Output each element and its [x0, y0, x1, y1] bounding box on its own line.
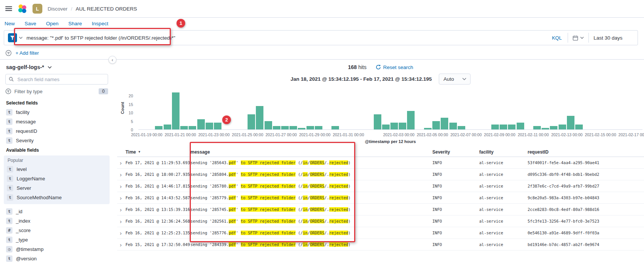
column-header-severity[interactable]: Severity	[432, 149, 479, 155]
histogram-bar[interactable]	[424, 128, 432, 129]
histogram-bar[interactable]	[206, 123, 213, 129]
field-item-LoggerName[interactable]: tLoggerName	[6, 174, 107, 183]
column-header-message[interactable]: message	[190, 149, 432, 155]
histogram-bar[interactable]	[542, 128, 549, 129]
histogram-bar[interactable]	[256, 106, 263, 129]
histogram-bar[interactable]	[508, 125, 516, 129]
expand-row-button[interactable]: ›	[117, 160, 125, 166]
histogram-bar[interactable]	[189, 126, 196, 129]
kql-button[interactable]: KQL	[546, 35, 568, 41]
histogram-bar[interactable]	[432, 121, 440, 129]
histogram-bar[interactable]	[407, 111, 415, 129]
table-row[interactable]: ›Feb 16, 2021 @ 12:25:23.135sending '285…	[117, 227, 644, 239]
field-item-SourceMethodName[interactable]: tSourceMethodName	[6, 193, 107, 202]
histogram-bar[interactable]	[399, 123, 406, 129]
field-item-_type[interactable]: t_type	[5, 235, 108, 245]
hits-count: 168	[348, 64, 357, 70]
table-row[interactable]: ›Feb 16, 2021 @ 13:15:39.316sending '285…	[117, 204, 644, 215]
table-row[interactable]: ›Feb 17, 2021 @ 11:29:53.693sending '285…	[117, 157, 644, 169]
field-item-_id[interactable]: t_id	[5, 207, 108, 216]
field-search-box	[5, 74, 108, 85]
expand-row-button[interactable]: ›	[117, 230, 125, 236]
expand-row-button[interactable]: ›	[117, 172, 125, 177]
column-header-requestid[interactable]: requestID	[528, 149, 644, 155]
histogram-bar[interactable]	[172, 92, 180, 129]
histogram-bar[interactable]	[197, 119, 205, 129]
column-header-time[interactable]: Time▼	[125, 149, 190, 155]
histogram-bar[interactable]	[164, 125, 171, 129]
table-row[interactable]: ›Feb 16, 2021 @ 14:46:17.815sending '285…	[117, 180, 644, 192]
field-item-level[interactable]: tlevel	[6, 165, 107, 174]
expand-row-button[interactable]: ›	[117, 183, 125, 189]
histogram-bar[interactable]	[575, 125, 583, 129]
histogram-bar[interactable]	[248, 114, 255, 129]
histogram-bar[interactable]	[533, 126, 541, 129]
histogram-bar[interactable]	[273, 126, 280, 129]
expand-row-button[interactable]: ›	[117, 195, 125, 201]
filter-by-type-button[interactable]: Filter by type 0	[5, 85, 108, 98]
histogram-bar[interactable]	[374, 114, 381, 129]
histogram-bar[interactable]	[307, 126, 314, 129]
time-range-quick-select[interactable]: Last 30 days	[589, 35, 638, 41]
histogram-bar[interactable]	[315, 126, 322, 129]
histogram-bar[interactable]	[180, 126, 188, 129]
field-item-requestID[interactable]: trequestID	[5, 126, 108, 136]
histogram-bar[interactable]	[567, 116, 574, 129]
field-item-@timestamp[interactable]: ◷@timestamp	[5, 245, 108, 254]
field-search-input[interactable]	[17, 76, 105, 83]
field-item-Severity[interactable]: tSeverity	[5, 136, 108, 145]
histogram-bar[interactable]	[382, 125, 390, 129]
cell-facility: al-service	[479, 184, 528, 188]
column-header-label: facility	[479, 149, 494, 155]
query-input[interactable]: message: "*.pdf' to SFTP rejected folder…	[26, 35, 546, 41]
menu-icon[interactable]	[5, 6, 12, 11]
histogram-bar[interactable]	[458, 126, 465, 129]
saved-query-menu-button[interactable]	[4, 31, 26, 45]
histogram-bar[interactable]	[155, 126, 163, 129]
index-pattern-selector[interactable]: sag-gelf-logs-*	[6, 64, 108, 70]
histogram-bar[interactable]	[517, 123, 524, 129]
add-filter-button[interactable]: + Add filter	[15, 50, 39, 56]
field-item-@version[interactable]: t@version	[5, 254, 108, 263]
space-avatar[interactable]: L	[33, 4, 42, 14]
histogram-bar[interactable]	[298, 128, 305, 129]
menu-item-save[interactable]: Save	[25, 21, 36, 26]
field-name: Severity	[16, 138, 34, 143]
expand-row-button[interactable]: ›	[117, 242, 125, 248]
histogram-bar[interactable]	[214, 123, 221, 129]
field-item-message[interactable]: tmessage	[5, 117, 108, 126]
field-item-facility[interactable]: tfacility	[5, 108, 108, 117]
table-row[interactable]: ›Feb 16, 2021 @ 14:43:52.587sending '285…	[117, 192, 644, 204]
interval-select[interactable]: Auto	[439, 74, 471, 85]
table-row[interactable]: ›Feb 16, 2021 @ 12:36:24.568sending '282…	[117, 215, 644, 227]
expand-row-button[interactable]: ›	[117, 207, 125, 212]
table-row[interactable]: ›Feb 15, 2021 @ 17:32:50.049sending '284…	[117, 239, 644, 251]
filter-options-icon[interactable]	[5, 50, 12, 56]
histogram-bar[interactable]	[331, 126, 339, 129]
table-row[interactable]: ›Feb 16, 2021 @ 18:00:27.935sending '285…	[117, 169, 644, 180]
column-header-facility[interactable]: facility	[479, 149, 528, 155]
cell-requestid: 2f387e6c-c7cd-49a9-afb7-99bd27	[528, 184, 644, 188]
menu-item-new[interactable]: New	[5, 21, 15, 26]
date-picker-button[interactable]	[568, 31, 588, 45]
histogram-bar[interactable]	[491, 125, 499, 129]
histogram-bar[interactable]	[265, 121, 272, 129]
collapse-sidebar-button[interactable]: ‹	[108, 56, 116, 64]
histogram-bar[interactable]	[500, 125, 507, 129]
menu-item-inspect[interactable]: Inspect	[92, 21, 108, 26]
histogram-bar[interactable]	[281, 126, 289, 129]
histogram-bar[interactable]	[550, 126, 557, 129]
menu-item-open[interactable]: Open	[46, 21, 59, 26]
histogram-bar[interactable]	[390, 123, 398, 129]
field-item-_score[interactable]: #_score	[5, 226, 108, 235]
histogram-bar[interactable]	[449, 123, 457, 129]
histogram-bar[interactable]	[441, 118, 448, 129]
field-item-_index[interactable]: t_index	[5, 216, 108, 226]
menu-item-share[interactable]: Share	[68, 21, 82, 26]
expand-row-button[interactable]: ›	[117, 218, 125, 224]
histogram-bar[interactable]	[289, 126, 297, 129]
reset-search-button[interactable]: Reset search	[376, 65, 413, 70]
breadcrumb-discover[interactable]: Discover	[48, 6, 68, 12]
field-item-Server[interactable]: tServer	[6, 183, 107, 193]
histogram-bar[interactable]	[559, 125, 566, 129]
